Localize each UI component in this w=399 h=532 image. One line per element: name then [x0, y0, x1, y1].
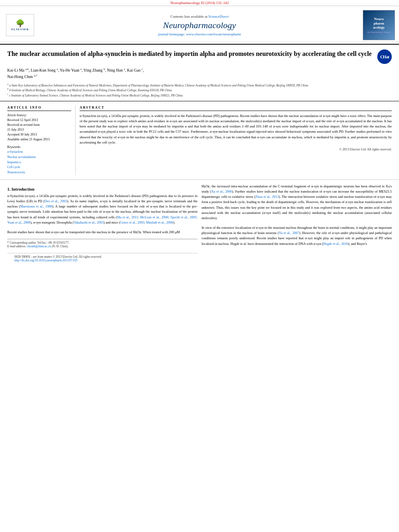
- doi-link[interactable]: http://dx.doi.org/10.1016/j.neuropharm.2…: [14, 259, 78, 262]
- right-col: H₂O₂, the increased intra-nuclear accumu…: [202, 184, 392, 264]
- revised-date: 21 July 2013: [7, 127, 71, 132]
- article-title: The nuclear accumulation of alpha-synucl…: [7, 49, 377, 58]
- cover-subtitle: An International Journal: [367, 31, 391, 33]
- keyword-2[interactable]: Nuclear accumulation: [7, 155, 71, 160]
- ref-xu2006[interactable]: Xu et al., 2006: [211, 189, 232, 193]
- abstract-heading: Abstract: [80, 105, 392, 111]
- ref-takahashi2003[interactable]: Takahashi et al., 2003: [74, 220, 103, 224]
- article-header: The nuclear accumulation of alpha-synucl…: [0, 45, 399, 101]
- ref-maroteaux1988[interactable]: Maroteaux et al., 1988: [20, 204, 52, 208]
- intro-para1: α-Synuclein (α-syn), a 14 kDa pre-synapt…: [7, 193, 197, 225]
- ref-goers2003[interactable]: Goers et al., 2003; Masliah et al., 2000: [120, 220, 173, 224]
- received-date: Received 12 April 2013: [7, 118, 71, 123]
- ref-dev2003[interactable]: Dev et al., 2003: [45, 199, 67, 203]
- keywords-heading: Keywords:: [7, 145, 71, 149]
- email-suffix: (N.-H. Chen).: [51, 244, 68, 248]
- footer-bar: 0028-3908/$ – see front matter © 2013 El…: [7, 253, 197, 264]
- intro-section-title: 1. Introduction: [7, 187, 197, 191]
- email-address[interactable]: chennh@imm.ac.cn: [27, 244, 51, 248]
- right-para1: H₂O₂, the increased intra-nuclear accumu…: [202, 184, 392, 221]
- abstract-text: α-Synuclein (α-syn), a 14 kDa pre-synapt…: [80, 113, 392, 145]
- affiliations: a a State Key Laboratory of Bioactive Su…: [7, 82, 392, 98]
- corresponding-note: * Corresponding author. Tel/fax: +86 10 …: [7, 241, 197, 244]
- sciencedirect-link[interactable]: ScienceDirect: [208, 14, 228, 18]
- journal-center: Contents lists available at ScienceDirec…: [36, 14, 363, 36]
- elsevier-logo-box: 🌳 ELSEVIER: [6, 14, 34, 36]
- crossmark-icon: CHat: [377, 49, 392, 64]
- journal-ref-bar: Neuropharmacology 82 (2014) 132–142: [0, 0, 399, 6]
- affiliation-b: b b Institute of Medical Biology, Chines…: [7, 87, 392, 92]
- article-history-label: Article history:: [7, 113, 71, 117]
- journal-cover-title: Neuropharmacology: [373, 17, 385, 30]
- online-date: Available online 21 August 2013: [7, 137, 71, 142]
- article-info-abstract-section: Article Info Article history: Received 1…: [0, 101, 399, 180]
- intro-para2: Recent studies have shown that α-syn can…: [7, 230, 197, 235]
- keyword-5[interactable]: Neurotoxicity: [7, 170, 71, 175]
- article-info-heading: Article Info: [7, 105, 71, 111]
- keyword-3[interactable]: Importin α: [7, 160, 71, 165]
- left-col: 1. Introduction α-Synuclein (α-syn), a 1…: [7, 184, 197, 264]
- revised-label: Received in revised form: [7, 123, 71, 127]
- elsevier-tree-icon: 🌳: [16, 20, 25, 27]
- sciencedirect-line: Contents lists available at ScienceDirec…: [36, 14, 363, 18]
- authors-line: Kai-Li Ma a,b, Lian-Kun Song a, Yu-He Yu…: [7, 67, 392, 80]
- journal-ref: Neuropharmacology 82 (2014) 132–142: [170, 1, 228, 5]
- main-body: 1. Introduction α-Synuclein (α-syn), a 1…: [0, 180, 399, 268]
- copyright-line: © 2013 Elsevier Ltd. All rights reserved…: [80, 148, 392, 151]
- journal-homepage: journal homepage: www.elsevier.com/locat…: [36, 32, 363, 36]
- journal-cover: Neuropharmacology An International Journ…: [363, 10, 395, 40]
- keyword-4[interactable]: Cell cycle: [7, 165, 71, 170]
- crossmark-badge: CHat: [377, 49, 392, 64]
- footer-doi: http://dx.doi.org/10.1016/j.neuropharm.2…: [14, 259, 190, 262]
- page: Neuropharmacology 82 (2014) 132–142 🌳 EL…: [0, 0, 399, 532]
- ref-yu2007[interactable]: Yu et al., 2007: [279, 231, 299, 235]
- accepted-date: Accepted 30 July 2013: [7, 132, 71, 137]
- affiliation-a: a a State Key Laboratory of Bioactive Su…: [7, 82, 392, 88]
- elsevier-text: ELSEVIER: [11, 28, 29, 31]
- journal-header: 🌳 ELSEVIER Contents lists available at S…: [0, 6, 399, 45]
- ref-hegde2010[interactable]: Hegde et al., 2010: [323, 242, 348, 246]
- footer-issn: 0028-3908/$ – see front matter © 2013 El…: [14, 255, 190, 259]
- footnote-area: * Corresponding author. Tel/fax: +86 10 …: [7, 239, 197, 248]
- affiliation-c: c c Institute of Laboratory Animal Scien…: [7, 92, 392, 98]
- elsevier-logo: 🌳 ELSEVIER: [4, 14, 36, 36]
- email-label: E-mail address:: [7, 244, 26, 248]
- furthermore-word: Furthermore: [191, 129, 208, 134]
- header-content: 🌳 ELSEVIER Contents lists available at S…: [0, 8, 399, 42]
- keyword-1[interactable]: α-Synuclein: [7, 150, 71, 155]
- mediated-word: mediated: [263, 119, 275, 123]
- right-para2: In view of the extensive localization of…: [202, 225, 392, 246]
- email-line: E-mail address: chennh@imm.ac.cn (N.-H. …: [7, 244, 197, 248]
- journal-title: Neuropharmacology: [36, 20, 363, 31]
- ref-zhou2013[interactable]: Zhou et al., 2013: [255, 195, 279, 199]
- article-title-row: The nuclear accumulation of alpha-synucl…: [7, 49, 392, 64]
- mediated-word-2: mediated: [317, 135, 329, 139]
- abstract-col: Abstract α-Synuclein (α-syn), a 14 kDa p…: [80, 105, 392, 175]
- keywords-section: Keywords: α-Synuclein Nuclear accumulati…: [7, 145, 71, 175]
- article-info-col: Article Info Article history: Received 1…: [7, 105, 76, 175]
